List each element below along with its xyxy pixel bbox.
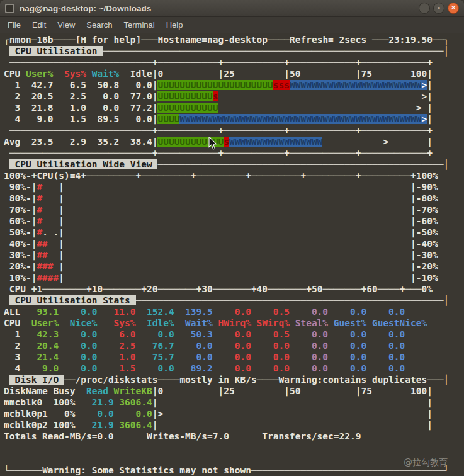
mouse-cursor xyxy=(208,137,218,150)
terminal-line: 80%-|# | |-80% xyxy=(4,193,464,204)
close-button[interactable]: ✕ xyxy=(448,3,459,14)
terminal-line xyxy=(4,453,464,465)
terminal-line: 3 21.8 1.0 0.0 77.2|UUUUUUUUUUU > | xyxy=(4,102,464,113)
terminal-line: mcblk0p1 0% 0.0 0.0|> | xyxy=(4,408,464,419)
terminal-line: └──────Warning: Some Statistics may not … xyxy=(4,465,464,476)
terminal-line: 20%-|### | |-20% xyxy=(4,261,464,272)
menu-view[interactable]: View xyxy=(52,18,80,31)
terminal-line: 40%-|## | |-40% xyxy=(4,238,464,249)
terminal-line: ┌nmon─16b────[H for help]───Hostname=nag… xyxy=(4,34,464,45)
terminal-line: DiskName Busy Read WriteKB|0 |25 |50 |75… xyxy=(4,385,464,397)
terminal-line: 50%-|#. .| |-50% xyxy=(4,227,464,238)
terminal-line: CPU User% Nice% Sys% Idle% Wait% HWirq% … xyxy=(4,317,464,329)
menu-help[interactable]: Help xyxy=(161,18,188,31)
terminal-line: 90%-|# | |-90% xyxy=(4,181,464,193)
terminal-line: mcblk0p2 100% 21.9 3606.4| | xyxy=(4,419,464,431)
terminal-line: CPU User% Sys% Wait% Idle|0 |25 |50 |75 … xyxy=(4,68,464,79)
terminal-line: CPU +1────────+10───────+20───────+30───… xyxy=(4,283,464,295)
terminal-window: nag@nag-desktop: ~/Downloads − ▫ ✕ File … xyxy=(0,0,464,476)
window-controls: − ▫ ✕ xyxy=(419,3,459,14)
terminal-line: 3 21.4 0.0 1.0 75.7 0.0 0.0 0.0 0.0 0.0 … xyxy=(4,351,464,363)
terminal-line: 100%-+CPU(s)=4+─────────+─────────+─────… xyxy=(4,170,464,181)
title-bar[interactable]: nag@nag-desktop: ~/Downloads − ▫ ✕ xyxy=(0,0,464,17)
terminal-line xyxy=(4,442,464,453)
menu-terminal[interactable]: Terminal xyxy=(119,18,160,31)
terminal-line: 4 9.0 0.0 1.5 0.0 89.2 0.0 0.0 0.0 0.0 0… xyxy=(4,363,464,374)
terminal-line: Avg 23.5 2.9 35.2 38.4|UUUUUUUUUUUUsWWWW… xyxy=(4,136,464,147)
terminal-line: 4 9.0 1.5 89.5 0.0|UUUUWWWWWWWWWWWWWWWWW… xyxy=(4,113,464,125)
menu-bar: File Edit View Search Terminal Help xyxy=(0,17,464,33)
watermark: @拉勾教育 xyxy=(404,457,448,468)
terminal-line: ──────────────────────────+───────────+─… xyxy=(4,57,464,68)
menu-search[interactable]: Search xyxy=(81,18,117,31)
terminal-line: CPU Utilisation Wide View ──────────────… xyxy=(4,159,464,170)
window-title: nag@nag-desktop: ~/Downloads xyxy=(20,4,151,13)
terminal-line: ──────────────────────────+───────────+─… xyxy=(4,125,464,136)
terminal-line: 1 42.3 0.0 6.0 0.0 50.3 0.0 0.5 0.0 0.0 … xyxy=(4,329,464,340)
menu-file[interactable]: File xyxy=(3,18,26,31)
terminal-line: CPU Utilisation ────────────────────────… xyxy=(4,45,464,57)
terminal-line: ──────────────────────────+───────────+─… xyxy=(4,147,464,159)
terminal-line: 2 20.4 0.0 2.5 76.7 0.0 0.0 0.0 0.0 0.0 … xyxy=(4,340,464,351)
terminal-line: ALL 93.1 0.0 11.0 152.4 139.5 0.0 0.5 0.… xyxy=(4,306,464,317)
terminal-line: 70%-|# | |-70% xyxy=(4,204,464,215)
terminal-line: 1 42.7 6.5 50.8 0.0|UUUUUUUUUUUUUUUUUUUU… xyxy=(4,79,464,91)
terminal-line: 30%-|## | |-30% xyxy=(4,249,464,261)
terminal-line: 2 20.5 2.5 0.0 77.0|UUUUUUUUUUs >| xyxy=(4,91,464,102)
terminal-line: mmcblk0 100% 21.9 3606.4| | xyxy=(4,397,464,408)
terminal-line: CPU Utilisation Stats ──────────────────… xyxy=(4,295,464,306)
terminal-app-icon xyxy=(5,4,14,13)
terminal-screen[interactable]: ┌nmon─16b────[H for help]───Hostname=nag… xyxy=(0,33,464,476)
terminal-line: Totals Read-MB/s=0.0 Writes-MB/s=7.0 Tra… xyxy=(4,431,464,442)
maximize-button[interactable]: ▫ xyxy=(433,3,444,14)
menu-edit[interactable]: Edit xyxy=(27,18,51,31)
terminal-line: 60%-|# | |-60% xyxy=(4,215,464,227)
terminal-line: Disk I/O ──/proc/diskstats────mostly in … xyxy=(4,374,464,385)
terminal-line: 10%-|####| |-10% xyxy=(4,272,464,283)
minimize-button[interactable]: − xyxy=(419,3,430,14)
